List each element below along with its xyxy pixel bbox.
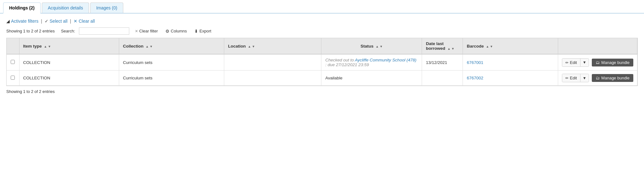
row2-location xyxy=(224,71,321,86)
x-icon-clear: ✕ xyxy=(74,19,77,24)
chevron-down-icon: ▼ xyxy=(583,60,586,65)
col-collection[interactable]: Collection ▲ ▼ xyxy=(119,38,224,54)
col-date-last-borrowed[interactable]: Date last borrowed ▲ ▼ xyxy=(422,38,463,54)
export-icon: ⬇ xyxy=(194,29,198,34)
row1-collection: Curriculum sets xyxy=(119,54,224,71)
row1-barcode: 6767001 xyxy=(463,54,558,71)
table-row: COLLECTION Curriculum sets Available 676… xyxy=(7,71,637,86)
showing-count: Showing 1 to 2 of 2 entries xyxy=(6,29,55,33)
checkmark-icon: ✓ xyxy=(45,19,48,24)
search-input[interactable] xyxy=(79,27,129,35)
col-barcode[interactable]: Barcode ▲ ▼ xyxy=(463,38,558,54)
col-checkbox xyxy=(7,38,19,54)
col-location-label: Location xyxy=(228,44,246,49)
columns-button[interactable]: ⚙ Columns xyxy=(164,28,189,35)
x-icon: ✕ xyxy=(135,29,138,33)
pencil-icon xyxy=(565,60,569,65)
row1-location xyxy=(224,54,321,71)
toolbar: Showing 1 to 2 of 2 entries Search: ✕ Cl… xyxy=(6,27,638,35)
row2-checkbox[interactable] xyxy=(11,76,15,80)
row2-actions: Edit ▼ Manage bundle xyxy=(558,71,637,86)
chevron-down-icon: ▼ xyxy=(583,76,586,80)
col-status-label: Status xyxy=(361,44,374,49)
row1-edit-group: Edit ▼ xyxy=(562,58,589,67)
row1-edit-button[interactable]: Edit xyxy=(562,59,580,66)
export-button[interactable]: ⬇ Export xyxy=(192,28,213,35)
activate-filters-link[interactable]: Activate filters xyxy=(11,19,38,24)
tab-acquisition[interactable]: Acquisition details xyxy=(42,3,89,13)
row1-item-type: COLLECTION xyxy=(19,54,119,71)
col-collection-label: Collection xyxy=(123,44,143,49)
row1-checkbox[interactable] xyxy=(11,60,15,64)
table-header: Item type ▲ ▼ Collection ▲ ▼ Location ▲ … xyxy=(7,38,637,54)
tabs-container: Holdings (2) Acquisition details Images … xyxy=(0,3,644,14)
pencil-icon xyxy=(565,76,569,80)
col-barcode-label: Barcode xyxy=(467,44,484,49)
col-item-type[interactable]: Item type ▲ ▼ xyxy=(19,38,119,54)
row2-checkbox-cell xyxy=(7,71,19,86)
select-all-link[interactable]: Select all xyxy=(50,19,68,24)
sort-icon-barcode: ▲ ▼ xyxy=(486,45,493,48)
gear-icon: ⚙ xyxy=(165,29,169,34)
row2-barcode-link[interactable]: 6767002 xyxy=(467,76,483,80)
col-date-label: Date last borrowed xyxy=(426,41,445,51)
row2-date xyxy=(422,71,463,86)
separator-2: | xyxy=(70,19,71,24)
row1-status-suffix: : due 27/12/2021 23:59 xyxy=(325,62,369,67)
row1-barcode-link[interactable]: 6767001 xyxy=(467,60,483,65)
row2-edit-button[interactable]: Edit xyxy=(562,74,580,82)
holdings-table-container: Item type ▲ ▼ Collection ▲ ▼ Location ▲ … xyxy=(6,38,638,86)
sort-icon-collection: ▲ ▼ xyxy=(146,45,153,48)
folder-icon xyxy=(596,76,600,80)
filter-icon: ◢ xyxy=(6,19,10,24)
filter-bar: ◢ Activate filters | ✓ Select all | ✕ Cl… xyxy=(6,19,638,24)
row2-edit-label: Edit xyxy=(570,76,577,80)
table-body: COLLECTION Curriculum sets Checked out t… xyxy=(7,54,637,86)
tab-images[interactable]: Images (0) xyxy=(90,3,123,13)
row1-dropdown-button[interactable]: ▼ xyxy=(580,59,589,66)
holdings-table: Item type ▲ ▼ Collection ▲ ▼ Location ▲ … xyxy=(7,38,637,86)
row1-edit-label: Edit xyxy=(570,60,577,65)
sort-icon-location: ▲ ▼ xyxy=(248,45,255,48)
columns-label: Columns xyxy=(171,29,187,33)
col-item-type-label: Item type xyxy=(23,44,42,49)
row1-date: 13/12/2021 xyxy=(422,54,463,71)
sort-icon-date: ▲ ▼ xyxy=(447,47,455,50)
main-content: ◢ Activate filters | ✓ Select all | ✕ Cl… xyxy=(0,14,644,102)
row2-manage-label: Manage bundle xyxy=(601,76,630,80)
table-row: COLLECTION Curriculum sets Checked out t… xyxy=(7,54,637,71)
sort-icon-item-type: ▲ ▼ xyxy=(44,45,51,48)
row2-item-type: COLLECTION xyxy=(19,71,119,86)
tab-holdings[interactable]: Holdings (2) xyxy=(3,3,41,14)
row1-status-link[interactable]: Aycliffe Community School (478) xyxy=(355,58,416,62)
row1-manage-button[interactable]: Manage bundle xyxy=(592,59,633,66)
clear-filter-button[interactable]: ✕ Clear filter xyxy=(133,28,160,34)
row1-checkbox-cell xyxy=(7,54,19,71)
search-label: Search: xyxy=(61,29,75,33)
row2-barcode: 6767002 xyxy=(463,71,558,86)
row1-manage-label: Manage bundle xyxy=(601,60,630,65)
folder-icon xyxy=(596,60,600,65)
row2-manage-button[interactable]: Manage bundle xyxy=(592,74,633,82)
row1-status: Checked out to Aycliffe Community School… xyxy=(321,54,422,71)
row1-status-prefix: Checked out to xyxy=(325,58,355,62)
clear-filter-label: Clear filter xyxy=(139,29,158,33)
col-actions xyxy=(558,38,637,54)
row2-dropdown-button[interactable]: ▼ xyxy=(580,74,589,82)
col-status[interactable]: Status ▲ ▼ xyxy=(321,38,422,54)
footer-showing: Showing 1 to 2 of 2 entries xyxy=(6,86,638,97)
row2-status-plain: Available xyxy=(325,76,342,80)
clear-all-link[interactable]: Clear all xyxy=(79,19,95,24)
col-location[interactable]: Location ▲ ▼ xyxy=(224,38,321,54)
sort-icon-status: ▲ ▼ xyxy=(376,45,383,48)
export-label: Export xyxy=(199,29,211,33)
row1-actions: Edit ▼ Manage bundle xyxy=(558,54,637,71)
row2-status: Available xyxy=(321,71,422,86)
row2-edit-group: Edit ▼ xyxy=(562,74,589,82)
separator-1: | xyxy=(41,19,42,24)
row2-collection: Curriculum sets xyxy=(119,71,224,86)
